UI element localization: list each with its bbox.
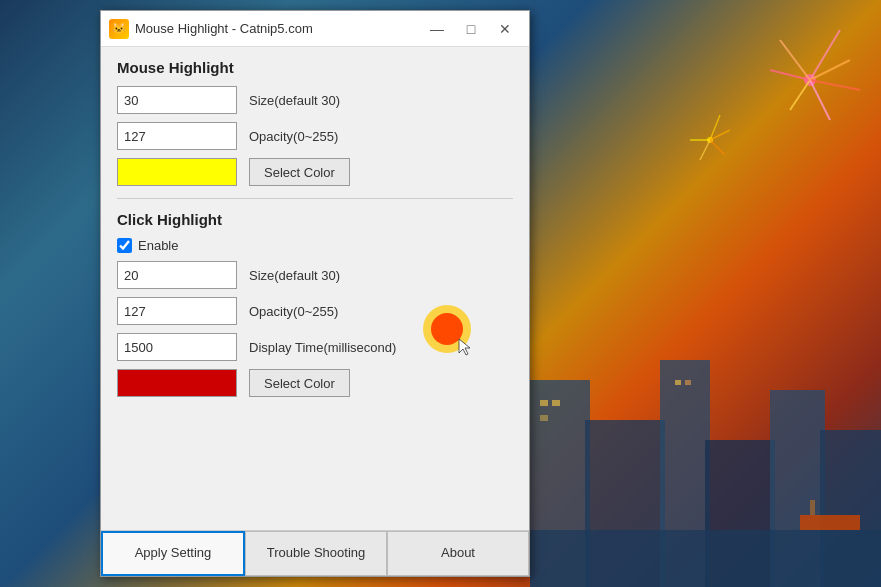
mouse-opacity-label: Opacity(0~255) (249, 129, 338, 144)
footer: Apply Setting Trouble Shooting About (101, 530, 529, 576)
display-time-row: Display Time(millisecond) (117, 333, 513, 361)
trouble-shooting-button[interactable]: Trouble Shooting (245, 531, 387, 576)
enable-label: Enable (138, 238, 178, 253)
click-highlight-section: Click Highlight Enable Size(default 30) … (117, 211, 513, 397)
mouse-color-swatch[interactable] (117, 158, 237, 186)
enable-row: Enable (117, 238, 513, 253)
click-color-row: Select Color (117, 369, 513, 397)
app-icon: 🐱 (109, 19, 129, 39)
content-area: Mouse Highlight Size(default 30) Opacity… (101, 47, 529, 530)
app-window: 🐱 Mouse Highlight - Catnip5.com — □ ✕ Mo… (100, 10, 530, 577)
window-controls: — □ ✕ (421, 16, 521, 42)
mouse-size-label: Size(default 30) (249, 93, 340, 108)
about-button[interactable]: About (387, 531, 529, 576)
minimize-button[interactable]: — (421, 16, 453, 42)
click-size-label: Size(default 30) (249, 268, 340, 283)
display-time-input[interactable] (117, 333, 237, 361)
close-button[interactable]: ✕ (489, 16, 521, 42)
display-time-label: Display Time(millisecond) (249, 340, 396, 355)
section-divider (117, 198, 513, 199)
window-title: Mouse Highlight - Catnip5.com (135, 21, 421, 36)
click-opacity-input[interactable] (117, 297, 237, 325)
click-opacity-label: Opacity(0~255) (249, 304, 338, 319)
mouse-color-row: Select Color (117, 158, 513, 186)
maximize-button[interactable]: □ (455, 16, 487, 42)
mouse-size-input[interactable] (117, 86, 237, 114)
title-bar: 🐱 Mouse Highlight - Catnip5.com — □ ✕ (101, 11, 529, 47)
mouse-opacity-input[interactable] (117, 122, 237, 150)
click-size-input[interactable] (117, 261, 237, 289)
enable-checkbox[interactable] (117, 238, 132, 253)
click-opacity-row: Opacity(0~255) (117, 297, 513, 325)
mouse-select-color-button[interactable]: Select Color (249, 158, 350, 186)
click-color-swatch[interactable] (117, 369, 237, 397)
mouse-size-row: Size(default 30) (117, 86, 513, 114)
mouse-highlight-title: Mouse Highlight (117, 59, 513, 76)
mouse-opacity-row: Opacity(0~255) (117, 122, 513, 150)
apply-setting-button[interactable]: Apply Setting (101, 531, 245, 576)
click-size-row: Size(default 30) (117, 261, 513, 289)
mouse-highlight-section: Mouse Highlight Size(default 30) Opacity… (117, 59, 513, 186)
click-select-color-button[interactable]: Select Color (249, 369, 350, 397)
click-highlight-title: Click Highlight (117, 211, 513, 228)
